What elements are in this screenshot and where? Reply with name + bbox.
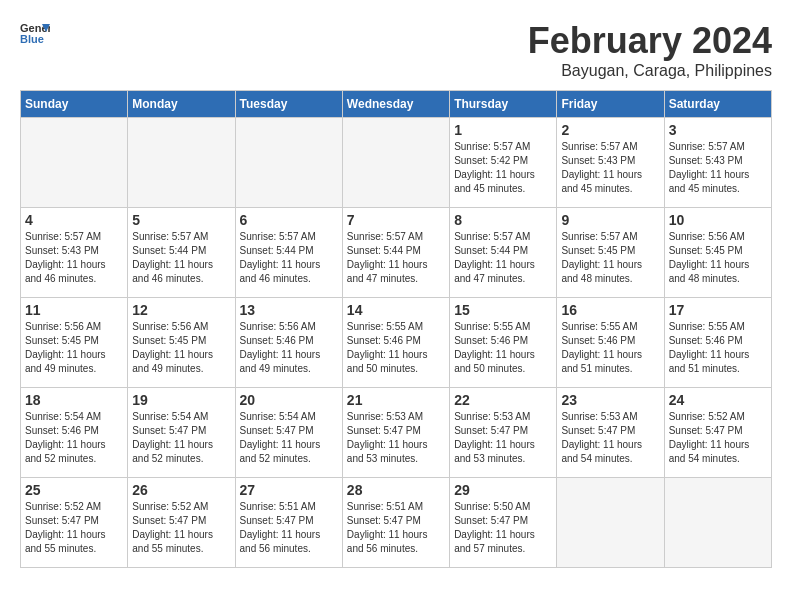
calendar-day-cell: 26Sunrise: 5:52 AMSunset: 5:47 PMDayligh… [128, 478, 235, 568]
day-info: Sunrise: 5:57 AMSunset: 5:42 PMDaylight:… [454, 140, 552, 196]
day-info: Sunrise: 5:53 AMSunset: 5:47 PMDaylight:… [347, 410, 445, 466]
location-title: Bayugan, Caraga, Philippines [528, 62, 772, 80]
day-info: Sunrise: 5:55 AMSunset: 5:46 PMDaylight:… [561, 320, 659, 376]
day-info: Sunrise: 5:53 AMSunset: 5:47 PMDaylight:… [561, 410, 659, 466]
day-info: Sunrise: 5:57 AMSunset: 5:43 PMDaylight:… [669, 140, 767, 196]
svg-text:Blue: Blue [20, 33, 44, 44]
day-number: 18 [25, 392, 123, 408]
weekday-header: Monday [128, 91, 235, 118]
day-number: 4 [25, 212, 123, 228]
calendar-day-cell: 10Sunrise: 5:56 AMSunset: 5:45 PMDayligh… [664, 208, 771, 298]
calendar-day-cell: 15Sunrise: 5:55 AMSunset: 5:46 PMDayligh… [450, 298, 557, 388]
day-number: 20 [240, 392, 338, 408]
calendar-day-cell [557, 478, 664, 568]
calendar-day-cell: 9Sunrise: 5:57 AMSunset: 5:45 PMDaylight… [557, 208, 664, 298]
calendar-day-cell: 21Sunrise: 5:53 AMSunset: 5:47 PMDayligh… [342, 388, 449, 478]
day-info: Sunrise: 5:56 AMSunset: 5:45 PMDaylight:… [25, 320, 123, 376]
calendar-day-cell: 13Sunrise: 5:56 AMSunset: 5:46 PMDayligh… [235, 298, 342, 388]
title-area: February 2024 Bayugan, Caraga, Philippin… [528, 20, 772, 80]
day-number: 19 [132, 392, 230, 408]
day-info: Sunrise: 5:56 AMSunset: 5:45 PMDaylight:… [669, 230, 767, 286]
day-info: Sunrise: 5:54 AMSunset: 5:47 PMDaylight:… [132, 410, 230, 466]
day-info: Sunrise: 5:57 AMSunset: 5:44 PMDaylight:… [132, 230, 230, 286]
logo-icon: General Blue [20, 20, 50, 44]
calendar-day-cell: 11Sunrise: 5:56 AMSunset: 5:45 PMDayligh… [21, 298, 128, 388]
calendar-day-cell: 19Sunrise: 5:54 AMSunset: 5:47 PMDayligh… [128, 388, 235, 478]
day-info: Sunrise: 5:50 AMSunset: 5:47 PMDaylight:… [454, 500, 552, 556]
day-number: 8 [454, 212, 552, 228]
day-number: 1 [454, 122, 552, 138]
calendar-day-cell: 1Sunrise: 5:57 AMSunset: 5:42 PMDaylight… [450, 118, 557, 208]
calendar-day-cell: 24Sunrise: 5:52 AMSunset: 5:47 PMDayligh… [664, 388, 771, 478]
day-info: Sunrise: 5:52 AMSunset: 5:47 PMDaylight:… [25, 500, 123, 556]
weekday-header: Tuesday [235, 91, 342, 118]
calendar-day-cell: 23Sunrise: 5:53 AMSunset: 5:47 PMDayligh… [557, 388, 664, 478]
weekday-header: Saturday [664, 91, 771, 118]
day-info: Sunrise: 5:57 AMSunset: 5:43 PMDaylight:… [25, 230, 123, 286]
calendar-day-cell: 25Sunrise: 5:52 AMSunset: 5:47 PMDayligh… [21, 478, 128, 568]
day-number: 2 [561, 122, 659, 138]
day-number: 16 [561, 302, 659, 318]
day-number: 12 [132, 302, 230, 318]
calendar-day-cell: 27Sunrise: 5:51 AMSunset: 5:47 PMDayligh… [235, 478, 342, 568]
day-number: 10 [669, 212, 767, 228]
day-number: 17 [669, 302, 767, 318]
weekday-header: Wednesday [342, 91, 449, 118]
day-info: Sunrise: 5:57 AMSunset: 5:44 PMDaylight:… [240, 230, 338, 286]
day-number: 13 [240, 302, 338, 318]
calendar-day-cell: 17Sunrise: 5:55 AMSunset: 5:46 PMDayligh… [664, 298, 771, 388]
calendar-day-cell: 4Sunrise: 5:57 AMSunset: 5:43 PMDaylight… [21, 208, 128, 298]
calendar-week-row: 25Sunrise: 5:52 AMSunset: 5:47 PMDayligh… [21, 478, 772, 568]
day-number: 28 [347, 482, 445, 498]
calendar-week-row: 4Sunrise: 5:57 AMSunset: 5:43 PMDaylight… [21, 208, 772, 298]
calendar-day-cell: 12Sunrise: 5:56 AMSunset: 5:45 PMDayligh… [128, 298, 235, 388]
day-number: 3 [669, 122, 767, 138]
day-number: 24 [669, 392, 767, 408]
header: General Blue February 2024 Bayugan, Cara… [20, 20, 772, 80]
calendar-day-cell [235, 118, 342, 208]
day-info: Sunrise: 5:57 AMSunset: 5:44 PMDaylight:… [454, 230, 552, 286]
day-info: Sunrise: 5:51 AMSunset: 5:47 PMDaylight:… [347, 500, 445, 556]
day-number: 6 [240, 212, 338, 228]
calendar-day-cell: 2Sunrise: 5:57 AMSunset: 5:43 PMDaylight… [557, 118, 664, 208]
day-info: Sunrise: 5:57 AMSunset: 5:44 PMDaylight:… [347, 230, 445, 286]
calendar-day-cell [128, 118, 235, 208]
day-info: Sunrise: 5:57 AMSunset: 5:43 PMDaylight:… [561, 140, 659, 196]
day-info: Sunrise: 5:55 AMSunset: 5:46 PMDaylight:… [669, 320, 767, 376]
weekday-header: Friday [557, 91, 664, 118]
day-number: 11 [25, 302, 123, 318]
day-number: 25 [25, 482, 123, 498]
calendar-day-cell: 5Sunrise: 5:57 AMSunset: 5:44 PMDaylight… [128, 208, 235, 298]
logo: General Blue [20, 20, 50, 44]
day-number: 29 [454, 482, 552, 498]
calendar-day-cell: 3Sunrise: 5:57 AMSunset: 5:43 PMDaylight… [664, 118, 771, 208]
calendar-week-row: 1Sunrise: 5:57 AMSunset: 5:42 PMDaylight… [21, 118, 772, 208]
calendar-day-cell: 8Sunrise: 5:57 AMSunset: 5:44 PMDaylight… [450, 208, 557, 298]
day-info: Sunrise: 5:52 AMSunset: 5:47 PMDaylight:… [669, 410, 767, 466]
day-info: Sunrise: 5:51 AMSunset: 5:47 PMDaylight:… [240, 500, 338, 556]
day-info: Sunrise: 5:55 AMSunset: 5:46 PMDaylight:… [454, 320, 552, 376]
calendar-day-cell: 22Sunrise: 5:53 AMSunset: 5:47 PMDayligh… [450, 388, 557, 478]
day-number: 5 [132, 212, 230, 228]
day-info: Sunrise: 5:56 AMSunset: 5:46 PMDaylight:… [240, 320, 338, 376]
calendar-table: SundayMondayTuesdayWednesdayThursdayFrid… [20, 90, 772, 568]
day-number: 9 [561, 212, 659, 228]
day-number: 15 [454, 302, 552, 318]
calendar-day-cell: 6Sunrise: 5:57 AMSunset: 5:44 PMDaylight… [235, 208, 342, 298]
calendar-day-cell [342, 118, 449, 208]
day-info: Sunrise: 5:53 AMSunset: 5:47 PMDaylight:… [454, 410, 552, 466]
day-info: Sunrise: 5:57 AMSunset: 5:45 PMDaylight:… [561, 230, 659, 286]
weekday-header-row: SundayMondayTuesdayWednesdayThursdayFrid… [21, 91, 772, 118]
day-number: 14 [347, 302, 445, 318]
weekday-header: Thursday [450, 91, 557, 118]
calendar-day-cell: 28Sunrise: 5:51 AMSunset: 5:47 PMDayligh… [342, 478, 449, 568]
calendar-day-cell: 20Sunrise: 5:54 AMSunset: 5:47 PMDayligh… [235, 388, 342, 478]
calendar-day-cell: 16Sunrise: 5:55 AMSunset: 5:46 PMDayligh… [557, 298, 664, 388]
calendar-week-row: 18Sunrise: 5:54 AMSunset: 5:46 PMDayligh… [21, 388, 772, 478]
calendar-week-row: 11Sunrise: 5:56 AMSunset: 5:45 PMDayligh… [21, 298, 772, 388]
calendar-day-cell [664, 478, 771, 568]
day-number: 23 [561, 392, 659, 408]
day-number: 26 [132, 482, 230, 498]
day-number: 22 [454, 392, 552, 408]
calendar-day-cell: 18Sunrise: 5:54 AMSunset: 5:46 PMDayligh… [21, 388, 128, 478]
